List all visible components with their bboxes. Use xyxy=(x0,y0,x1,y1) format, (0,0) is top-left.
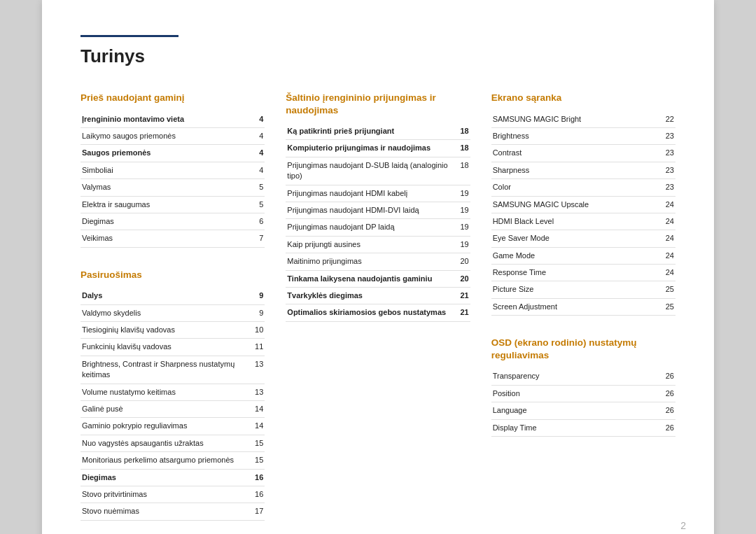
toc-number: 23 xyxy=(659,162,676,178)
toc-label: Prijungimas naudojant HDMI-DVI laidą xyxy=(286,202,453,219)
section-pries: Prieš naudojant gaminį Įrengininio monta… xyxy=(80,92,265,248)
toc-number: 15 xyxy=(248,435,265,451)
toc-label: Saugos priemonės xyxy=(80,145,248,162)
title-bar xyxy=(80,35,178,37)
toc-label: Ką patikrinti prieš prijungiant xyxy=(286,123,453,140)
toc-number: 16 xyxy=(248,469,265,486)
toc-label: Veikimas xyxy=(80,230,248,247)
toc-table-pries: Įrengininio montavimo vieta4Laikymo saug… xyxy=(80,111,265,248)
section-saltinio: Šaltinio įrengininio prijungimas ir naud… xyxy=(286,92,470,322)
toc-number: 21 xyxy=(454,304,470,321)
toc-number: 19 xyxy=(454,219,470,236)
toc-number: 4 xyxy=(248,162,265,178)
toc-label: SAMSUNG MAGIC Upscale xyxy=(491,196,659,213)
toc-label: Stovo pritvirtinimas xyxy=(80,486,248,503)
toc-number: 4 xyxy=(248,145,265,162)
toc-label: Transparency xyxy=(491,368,659,385)
toc-number: 25 xyxy=(659,298,676,315)
section-osd: OSD (ekrano rodinio) nustatymų reguliavi… xyxy=(491,337,676,437)
toc-number: 20 xyxy=(454,253,470,270)
toc-number: 24 xyxy=(659,265,676,281)
column-3: Ekrano sąranka SAMSUNG MAGIC Bright22Bri… xyxy=(491,92,676,521)
toc-label: Funkcinių klavišų vadovas xyxy=(80,339,248,356)
toc-label: Optimalios skiriamosios gebos nustatymas xyxy=(286,304,453,321)
toc-number: 9 xyxy=(248,304,265,321)
toc-number: 11 xyxy=(248,339,265,356)
toc-number: 9 xyxy=(248,288,265,304)
toc-label: Prijungimas naudojant D-SUB laidą (analo… xyxy=(286,157,453,185)
toc-label: Valdymo skydelis xyxy=(80,304,248,321)
toc-number: 26 xyxy=(659,419,676,436)
toc-number: 22 xyxy=(659,111,676,128)
toc-label: SAMSUNG MAGIC Bright xyxy=(491,111,659,128)
toc-label: Display Time xyxy=(491,419,659,436)
toc-label: Maitinimo prijungimas xyxy=(286,253,453,270)
toc-number: 5 xyxy=(248,179,265,196)
section-title-pasiruosimas: Pasiruošimas xyxy=(80,269,265,281)
toc-number: 18 xyxy=(454,140,470,157)
toc-label: Screen Adjustment xyxy=(491,298,659,315)
toc-label: Brightness, Contrast ir Sharpness nustat… xyxy=(80,356,248,384)
toc-label: Elektra ir saugumas xyxy=(80,196,248,213)
toc-number: 21 xyxy=(454,288,470,304)
toc-label: Kompiuterio prijungimas ir naudojimas xyxy=(286,140,453,157)
toc-label: Kaip prijungti ausines xyxy=(286,236,453,253)
toc-number: 19 xyxy=(454,185,470,202)
toc-label: Language xyxy=(491,402,659,419)
toc-label: Tinkama laikysena naudojantis gaminiu xyxy=(286,270,453,287)
toc-label: Prijungimas naudojant HDMI kabelį xyxy=(286,185,453,202)
section-title-saltinio: Šaltinio įrengininio prijungimas ir naud… xyxy=(286,92,470,116)
toc-number: 18 xyxy=(454,123,470,140)
toc-label: Volume nustatymo keitimas xyxy=(80,384,248,400)
toc-label: Simboliai xyxy=(80,162,248,178)
toc-label: Sharpness xyxy=(491,162,659,178)
toc-number: 17 xyxy=(248,503,265,520)
toc-table-ekrano: SAMSUNG MAGIC Bright22Brightness23Contra… xyxy=(491,111,676,316)
toc-label: Game Mode xyxy=(491,247,659,264)
toc-table-osd: Transparency26Position26Language26Displa… xyxy=(491,368,676,437)
toc-label: Diegimas xyxy=(80,469,248,486)
column-2: Šaltinio įrengininio prijungimas ir naud… xyxy=(286,92,491,521)
toc-number: 26 xyxy=(659,402,676,419)
section-title-osd: OSD (ekrano rodinio) nustatymų reguliavi… xyxy=(491,337,676,361)
toc-label: Prijungimas naudojant DP laidą xyxy=(286,219,453,236)
toc-number: 14 xyxy=(248,400,265,417)
toc-number: 24 xyxy=(659,230,676,247)
section-pasiruosimas: Pasiruošimas Dalys9Valdymo skydelis9Ties… xyxy=(80,269,265,521)
toc-number: 16 xyxy=(248,486,265,503)
toc-label: Contrast xyxy=(491,145,659,162)
toc-label: Monitoriaus perkelimo atsargumo priemonė… xyxy=(80,452,248,469)
toc-label: Įrengininio montavimo vieta xyxy=(80,111,248,128)
toc-number: 5 xyxy=(248,196,265,213)
toc-number: 23 xyxy=(659,145,676,162)
toc-label: Tiesioginių klavišų vadovas xyxy=(80,322,248,339)
column-1: Prieš naudojant gaminį Įrengininio monta… xyxy=(80,92,286,521)
toc-number: 24 xyxy=(659,196,676,213)
toc-number: 25 xyxy=(659,281,676,298)
toc-label: Tvarkyklės diegimas xyxy=(286,288,453,304)
toc-number: 7 xyxy=(248,230,265,247)
toc-label: Dalys xyxy=(80,288,248,304)
page: Turinys Prieš naudojant gaminį Įrenginin… xyxy=(42,0,714,534)
toc-number: 4 xyxy=(248,111,265,128)
toc-label: Position xyxy=(491,385,659,402)
toc-label: Color xyxy=(491,179,659,196)
toc-label: Galinė pusė xyxy=(80,400,248,417)
toc-label: HDMI Black Level xyxy=(491,213,659,230)
toc-label: Nuo vagystės apsaugantis užraktas xyxy=(80,435,248,451)
toc-label: Eye Saver Mode xyxy=(491,230,659,247)
section-ekrano: Ekrano sąranka SAMSUNG MAGIC Bright22Bri… xyxy=(491,92,676,316)
section-title-pries: Prieš naudojant gaminį xyxy=(80,92,265,104)
toc-number: 6 xyxy=(248,213,265,230)
toc-number: 10 xyxy=(248,322,265,339)
toc-number: 18 xyxy=(454,157,470,185)
toc-number: 15 xyxy=(248,452,265,469)
toc-number: 4 xyxy=(248,127,265,144)
toc-number: 14 xyxy=(248,418,265,435)
toc-label: Diegimas xyxy=(80,213,248,230)
toc-label: Picture Size xyxy=(491,281,659,298)
toc-label: Response Time xyxy=(491,265,659,281)
toc-label: Valymas xyxy=(80,179,248,196)
toc-number: 23 xyxy=(659,179,676,196)
toc-number: 13 xyxy=(248,384,265,400)
